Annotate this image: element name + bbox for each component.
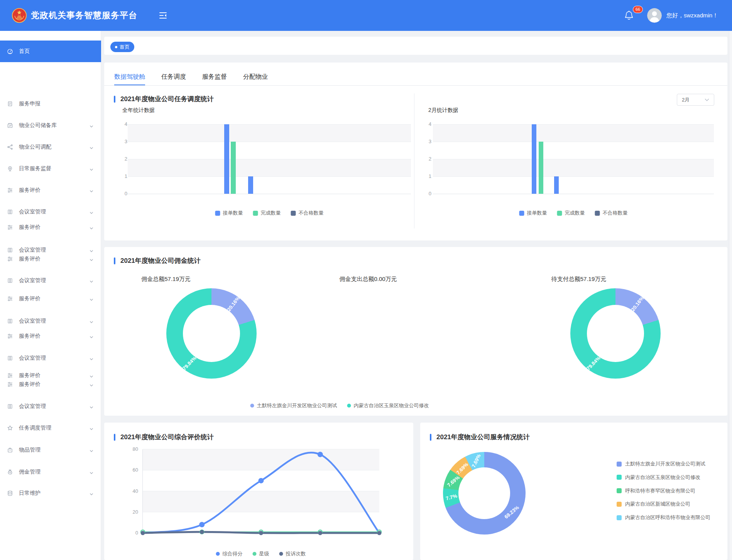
legend-item[interactable]: 内蒙古自治区玉泉区物业公司修改: [617, 474, 700, 481]
breadcrumb-dot-icon: [115, 46, 117, 48]
sidebar-item-服务评价-13[interactable]: 服务评价: [0, 329, 101, 343]
legend-marker-icon: [253, 211, 258, 216]
sidebar-item-label: 会议室管理: [19, 355, 90, 362]
legend-marker-icon: [291, 211, 296, 216]
sidebar-item-label: 物业公司储备库: [19, 122, 90, 129]
gridline: [433, 194, 714, 194]
legend-label: 内蒙古自治区呼和浩特市物业有限公司: [625, 514, 710, 521]
sliders-icon: [7, 333, 13, 339]
tab-数据驾驶舱[interactable]: 数据驾驶舱: [114, 69, 145, 85]
legend-item[interactable]: 接单数量: [519, 210, 547, 217]
sidebar-item-label: 会议室管理: [19, 318, 90, 325]
sidebar-item-会议室管理-14[interactable]: 会议室管理: [0, 351, 101, 365]
y-axis-tick: 80: [125, 446, 138, 452]
sidebar-item-物业公司调配-3[interactable]: 物业公司调配: [0, 140, 101, 154]
y-axis-tick: 1: [114, 173, 127, 179]
monitor-icon: [7, 166, 13, 172]
allocate-icon: [7, 144, 13, 150]
door-icon: [7, 355, 13, 361]
commission-donut-left-hole: [183, 305, 240, 362]
legend-item[interactable]: 不合格数量: [595, 210, 628, 217]
chevron-down-icon: [90, 491, 93, 495]
legend-item[interactable]: 呼和浩特市赛罕区物业有限公司: [617, 487, 695, 494]
sidebar-item-任务调度管理-18[interactable]: 任务调度管理: [0, 421, 101, 435]
legend-marker-icon: [519, 211, 524, 216]
chevron-down-icon: [90, 404, 93, 408]
legend-item[interactable]: 不合格数量: [291, 210, 324, 217]
gauge-icon: [7, 48, 13, 54]
sidebar-item-物业公司储备库-2[interactable]: 物业公司储备库: [0, 118, 101, 132]
sidebar-item-会议室管理-12[interactable]: 会议室管理: [0, 314, 101, 328]
task-stats-panel: [104, 63, 727, 240]
sidebar-item-会议室管理-10[interactable]: 会议室管理: [0, 274, 101, 288]
gridline: [128, 159, 411, 159]
legend-item[interactable]: 内蒙古自治区玉泉区物业公司修改: [347, 402, 429, 409]
chevron-down-icon: [90, 210, 93, 214]
legend-label: 接单数量: [223, 210, 243, 217]
menu-fold-icon[interactable]: [159, 12, 167, 19]
breadcrumb[interactable]: 首页: [110, 42, 134, 52]
gridline: [128, 124, 411, 125]
sidebar-item-会议室管理-6[interactable]: 会议室管理: [0, 205, 101, 219]
sidebar-item-会议室管理-17[interactable]: 会议室管理: [0, 399, 101, 413]
chevron-down-icon: [90, 470, 93, 474]
sidebar-item-佣金管理-20[interactable]: 佣金管理: [0, 465, 101, 479]
legend-marker-icon: [253, 552, 257, 556]
legend-item[interactable]: 完成数量: [253, 210, 281, 217]
sidebar-item-label: 佣金管理: [19, 469, 90, 475]
month-select[interactable]: 2月: [677, 94, 714, 106]
y-axis-tick: 60: [125, 467, 138, 473]
legend-item[interactable]: 完成数量: [557, 210, 585, 217]
sidebar-item-服务评价-7[interactable]: 服务评价: [0, 220, 101, 234]
stat-commission-pending: 待支付总额57.19万元: [551, 276, 607, 283]
sidebar-item-日常服务监督-4[interactable]: 日常服务监督: [0, 162, 101, 176]
legend-item[interactable]: 土默特左旗金川开发区物业公司测试: [250, 402, 337, 409]
chevron-down-icon: [90, 448, 93, 452]
legend-marker-icon: [617, 462, 622, 467]
user-avatar[interactable]: [647, 8, 662, 23]
sidebar-item-日常维护-21[interactable]: 日常维护: [0, 486, 101, 500]
notification-bell-icon[interactable]: [624, 10, 634, 21]
legend-label: 完成数量: [261, 210, 281, 217]
section-title-service: 2021年度物业公司服务情况统计: [430, 433, 530, 442]
tab-分配物业[interactable]: 分配物业: [243, 69, 268, 85]
legend-item[interactable]: 土默特左旗金川开发区物业公司测试: [617, 460, 705, 467]
y-axis-tick: 1: [418, 173, 431, 179]
legend-label: 综合得分: [223, 550, 243, 557]
legend-item[interactable]: 星级: [253, 550, 269, 557]
legend-item[interactable]: 综合得分: [216, 550, 243, 557]
sliders-icon: [7, 296, 13, 302]
sidebar-item-服务评价-9[interactable]: 服务评价: [0, 252, 101, 266]
chevron-down-icon: [90, 374, 93, 377]
legend-item[interactable]: 投诉次数: [279, 550, 306, 557]
sidebar-item-服务申报-1[interactable]: 服务申报: [0, 97, 101, 111]
sidebar-item-服务评价-16[interactable]: 服务评价: [0, 377, 101, 391]
legend-marker-icon: [279, 552, 283, 556]
legend-item[interactable]: 内蒙古自治区新城区物业公司: [617, 501, 690, 508]
sidebar-item-首页-0[interactable]: 首页: [0, 41, 101, 62]
evaluation-line-chart: [116, 444, 417, 544]
sidebar-item-服务评价-11[interactable]: 服务评价: [0, 292, 101, 306]
legend-marker-icon: [617, 475, 622, 480]
doc-icon: [7, 101, 13, 107]
sidebar-item-物品管理-19[interactable]: 物品管理: [0, 443, 101, 457]
chevron-down-icon: [90, 257, 93, 261]
y-axis-tick: 3: [418, 139, 431, 144]
legend-item[interactable]: 接单数量: [215, 210, 243, 217]
commission-legend: 土默特左旗金川开发区物业公司测试内蒙古自治区玉泉区物业公司修改: [250, 402, 429, 409]
sidebar-item-服务评价-5[interactable]: 服务评价: [0, 183, 101, 197]
sidebar-item-label: 服务评价: [19, 381, 90, 388]
title-accent-bar: [114, 257, 115, 264]
sliders-icon: [7, 256, 13, 262]
sidebar-item-label: 日常维护: [19, 490, 90, 497]
legend-item[interactable]: 内蒙古自治区呼和浩特市物业有限公司: [617, 514, 710, 521]
scrollbar-track[interactable]: [729, 31, 732, 560]
legend-marker-icon: [215, 211, 220, 216]
sidebar-item-label: 任务调度管理: [19, 425, 90, 431]
sidebar-item-label: 服务评价: [19, 187, 90, 194]
tab-服务监督[interactable]: 服务监督: [202, 69, 227, 85]
plot-band: [128, 124, 411, 142]
legend-label: 完成数量: [565, 210, 585, 217]
sidebar-item-label: 物品管理: [19, 447, 90, 453]
tab-任务调度[interactable]: 任务调度: [161, 69, 186, 85]
